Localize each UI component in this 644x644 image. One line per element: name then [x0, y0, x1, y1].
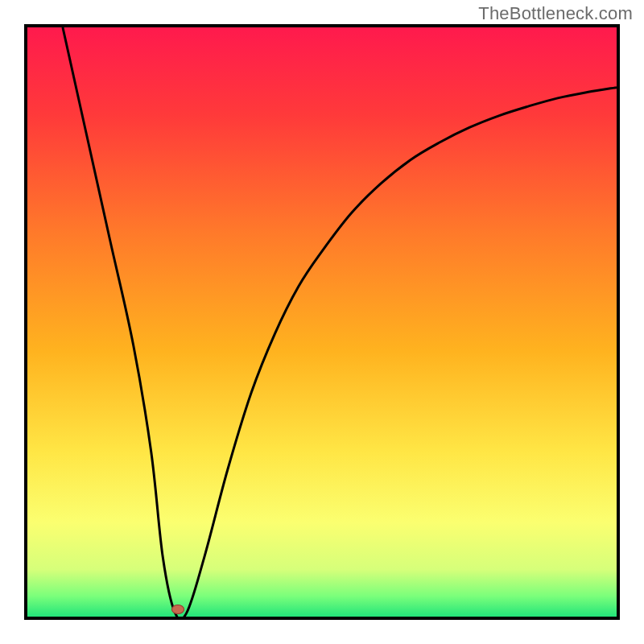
optimal-point-marker	[171, 605, 184, 614]
bottleneck-curve	[63, 27, 617, 617]
chart-frame: TheBottleneck.com	[0, 0, 644, 644]
watermark-text: TheBottleneck.com	[478, 3, 633, 24]
curve-layer	[27, 27, 617, 617]
plot-area	[24, 24, 620, 620]
